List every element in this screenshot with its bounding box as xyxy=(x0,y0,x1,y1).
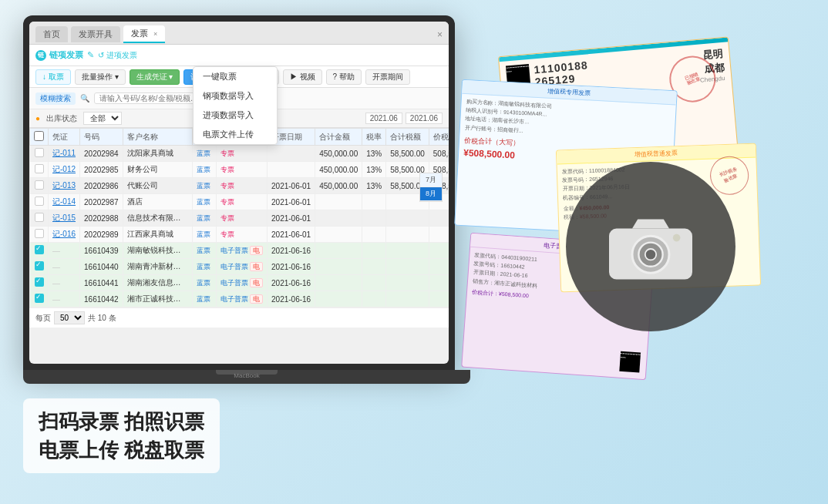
help-icon: ? xyxy=(333,72,338,81)
generate-voucher-button[interactable]: 生成凭证 ▾ xyxy=(130,69,180,85)
cell-customer: 湖南青冲新材料股份... xyxy=(123,259,192,275)
cell-check[interactable] xyxy=(30,146,49,162)
cell-date: 2021-06-16 xyxy=(268,275,315,291)
warehouse-status-label: ● xyxy=(35,114,40,123)
cell-date xyxy=(268,162,315,178)
search-tag[interactable]: 模糊搜索 xyxy=(35,92,76,105)
cell-check[interactable] xyxy=(30,259,49,275)
dropdown-item-3[interactable]: 电票文件上传 xyxy=(194,125,277,144)
unchecked-icon[interactable] xyxy=(35,213,44,222)
cell-code: 16610440 xyxy=(80,259,123,275)
video-button[interactable]: ▶ 视频 xyxy=(283,69,322,85)
dropdown-item-0[interactable]: 一键取票 xyxy=(194,67,277,86)
search-input[interactable] xyxy=(94,92,202,104)
checked-icon[interactable] xyxy=(35,245,44,254)
cell-date: 2021-06-16 xyxy=(268,291,315,307)
cell-type2: 专票 xyxy=(216,146,268,162)
cell-code: 20202988 xyxy=(80,210,123,227)
batch-op-button[interactable]: 批量操作 ▾ xyxy=(75,69,126,85)
table-area: 凭证 号码 客户名称 种类 类型 开票日期 合计金额 税率 合计税额 价税合 xyxy=(29,128,449,307)
cell-date: 2021-06-01 xyxy=(268,178,315,194)
cell-check[interactable] xyxy=(30,178,49,194)
cell-type2: 专票 xyxy=(216,210,268,227)
unchecked-icon[interactable] xyxy=(35,148,44,157)
dropdown-item-2[interactable]: 进项数据导入 xyxy=(194,106,277,125)
voucher-link[interactable]: 记-014 xyxy=(52,197,76,206)
cell-tax xyxy=(386,243,429,259)
cell-check[interactable] xyxy=(30,194,49,210)
laptop-base xyxy=(23,370,470,384)
voucher-link[interactable]: 记-012 xyxy=(52,165,76,173)
tab-close-icon[interactable]: × xyxy=(153,30,157,38)
elec-tag: 电 xyxy=(250,278,263,287)
cell-check[interactable] xyxy=(30,227,49,243)
unchecked-icon[interactable] xyxy=(35,164,44,173)
cell-type1: 蓝票 xyxy=(192,194,216,210)
per-page-select[interactable]: 50 xyxy=(54,311,85,324)
take-invoice-button[interactable]: ↓ 取票 xyxy=(35,69,71,85)
cell-check[interactable] xyxy=(30,291,49,307)
cell-code: 20202985 xyxy=(80,162,123,178)
batch-dropdown-icon: ▾ xyxy=(115,72,119,81)
tab-home[interactable]: 首页 xyxy=(35,26,68,42)
cell-tax xyxy=(386,275,429,291)
cell-code: 20202984 xyxy=(80,146,123,162)
open-period-button[interactable]: 开票期间 xyxy=(365,69,410,85)
checked-icon[interactable] xyxy=(35,277,44,287)
total-label: 共 10 条 xyxy=(88,313,116,324)
cell-type2: 专票 xyxy=(216,194,268,210)
cell-check[interactable] xyxy=(30,275,49,291)
unchecked-icon[interactable] xyxy=(35,229,44,238)
voucher-link[interactable]: 记-016 xyxy=(52,230,76,238)
checked-icon[interactable] xyxy=(35,294,44,303)
per-page-label: 每页 xyxy=(35,313,51,324)
cell-type1: 蓝票 xyxy=(192,227,216,243)
cell-voucher: 记-016 xyxy=(49,227,80,243)
cell-tax xyxy=(386,291,429,307)
cell-customer: 代账公司 xyxy=(123,178,192,194)
laptop-screen: 首页 发票开具 发票 × × 链 链项发票 ✎ xyxy=(23,15,455,370)
cell-code: 20202989 xyxy=(80,227,123,243)
svg-point-4 xyxy=(673,234,681,242)
month-8[interactable]: 8月 xyxy=(420,187,442,201)
cell-date: 2021-06-16 xyxy=(268,243,315,259)
refresh-icon[interactable]: ✎ xyxy=(87,50,94,60)
tab-invoice-issue[interactable]: 发票开具 xyxy=(71,26,120,42)
screen-content: 链 链项发票 ✎ ↺ 进项发票 ↓ 取票 批量操作 ▾ xyxy=(29,45,449,364)
voucher-link[interactable]: 记-013 xyxy=(52,181,76,190)
cell-check[interactable] xyxy=(30,210,49,227)
cell-type1: 蓝票 xyxy=(192,259,216,275)
table-body: 记-011 20202984 沈阳家具商城 蓝票 专票 450,000.00 1… xyxy=(30,146,449,307)
cell-tax xyxy=(386,259,429,275)
cell-amount xyxy=(315,210,362,227)
tab-invoice[interactable]: 发票 × xyxy=(123,25,165,43)
checked-icon[interactable] xyxy=(35,261,44,270)
voucher-link[interactable]: 记-015 xyxy=(52,213,76,222)
start-date[interactable]: 2021.06 xyxy=(365,113,402,124)
window-close-button[interactable]: × xyxy=(437,29,443,40)
voucher-link[interactable]: 记-011 xyxy=(52,149,76,157)
unchecked-icon[interactable] xyxy=(35,180,44,190)
help-button[interactable]: ? 帮助 xyxy=(326,69,362,85)
select-all-checkbox[interactable] xyxy=(34,131,44,141)
cell-type1: 蓝票 xyxy=(192,291,216,307)
cell-type1: 蓝票 xyxy=(192,243,216,259)
dropdown-item-1[interactable]: 钢项数据导入 xyxy=(194,86,277,106)
date-controls: 2021.06 2021.06 xyxy=(365,113,443,124)
status-label: 出库状态 xyxy=(46,113,77,124)
month-7[interactable]: 7月 xyxy=(420,173,442,187)
unchecked-icon[interactable] xyxy=(35,197,44,206)
status-select[interactable]: 全部 xyxy=(83,112,122,125)
refresh-label[interactable]: ↺ 进项发票 xyxy=(98,50,137,61)
cell-date: 2021-06-01 xyxy=(268,210,315,227)
end-date[interactable]: 2021.06 xyxy=(406,113,443,124)
search-icon: 🔍 xyxy=(80,94,89,102)
cell-code: 16610441 xyxy=(80,275,123,291)
cell-check[interactable] xyxy=(30,162,49,178)
cell-type2: 电子普票 电 xyxy=(216,275,268,291)
elec-tag: 电 xyxy=(250,294,263,304)
cell-voucher: 记-012 xyxy=(49,162,80,178)
laptop-notch xyxy=(216,370,278,375)
cell-check[interactable] xyxy=(30,243,49,259)
cell-type1: 蓝票 xyxy=(192,210,216,227)
